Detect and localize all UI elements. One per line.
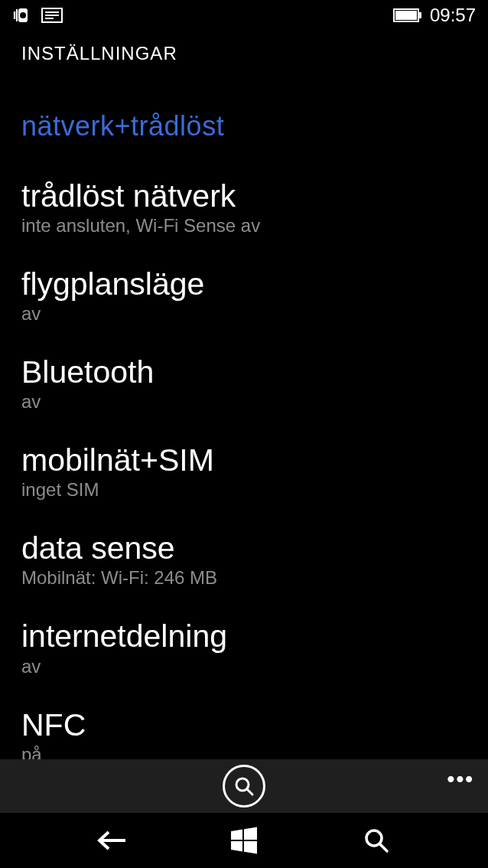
settings-list: trådlöst nätverk inte ansluten, Wi-Fi Se… <box>0 142 488 765</box>
setting-title: data sense <box>21 531 467 566</box>
svg-rect-8 <box>419 12 421 18</box>
search-icon <box>363 827 390 854</box>
svg-line-17 <box>380 844 387 851</box>
more-icon: ••• <box>447 767 474 791</box>
setting-title: trådlöst nätverk <box>21 179 467 214</box>
setting-wireless-network[interactable]: trådlöst nätverk inte ansluten, Wi-Fi Se… <box>21 179 467 237</box>
search-nav-button[interactable] <box>346 817 407 863</box>
setting-subtitle: inget SIM <box>21 479 467 501</box>
svg-marker-13 <box>244 827 257 840</box>
pivot-header[interactable]: nätverk+trådlöst <box>0 64 488 142</box>
vibrate-icon <box>12 7 32 24</box>
start-button[interactable] <box>213 817 275 863</box>
battery-icon <box>393 8 422 22</box>
svg-marker-15 <box>244 841 257 854</box>
setting-nfc[interactable]: NFC på <box>21 708 467 765</box>
more-button[interactable]: ••• <box>447 767 474 791</box>
search-button[interactable] <box>223 765 265 808</box>
setting-subtitle: av <box>21 656 467 677</box>
svg-rect-7 <box>395 11 417 20</box>
setting-title: Bluetooth <box>21 355 467 390</box>
page-title: INSTÄLLNINGAR <box>21 43 467 64</box>
nav-bar <box>0 813 488 868</box>
status-time: 09:57 <box>430 5 476 26</box>
status-right: 09:57 <box>393 5 476 26</box>
pivot-title: nätverk+trådlöst <box>21 110 467 142</box>
header: INSTÄLLNINGAR <box>0 31 488 64</box>
setting-internet-sharing[interactable]: internetdelning av <box>21 619 467 677</box>
setting-title: NFC <box>21 708 467 742</box>
status-left <box>12 7 63 24</box>
setting-title: mobilnät+SIM <box>21 443 467 478</box>
svg-line-10 <box>247 789 252 795</box>
status-bar: 09:57 <box>0 0 488 31</box>
setting-title: internetdelning <box>21 619 467 654</box>
back-icon <box>95 830 129 851</box>
app-bar: ••• <box>0 759 488 813</box>
setting-subtitle: av <box>21 391 467 413</box>
setting-airplane-mode[interactable]: flygplansläge av <box>21 267 467 325</box>
setting-cellular-sim[interactable]: mobilnät+SIM inget SIM <box>21 443 467 501</box>
svg-marker-12 <box>231 830 242 840</box>
setting-bluetooth[interactable]: Bluetooth av <box>21 355 467 413</box>
setting-subtitle: av <box>21 303 467 325</box>
setting-data-sense[interactable]: data sense Mobilnät: Wi-Fi: 246 MB <box>21 531 467 589</box>
svg-point-1 <box>20 12 26 18</box>
setting-subtitle: Mobilnät: Wi-Fi: 246 MB <box>21 567 467 589</box>
windows-icon <box>229 825 259 856</box>
setting-title: flygplansläge <box>21 267 467 302</box>
setting-subtitle: inte ansluten, Wi-Fi Sense av <box>21 215 467 237</box>
search-icon <box>233 775 255 797</box>
message-icon <box>41 8 63 23</box>
svg-marker-14 <box>231 841 242 852</box>
back-button[interactable] <box>81 817 142 863</box>
